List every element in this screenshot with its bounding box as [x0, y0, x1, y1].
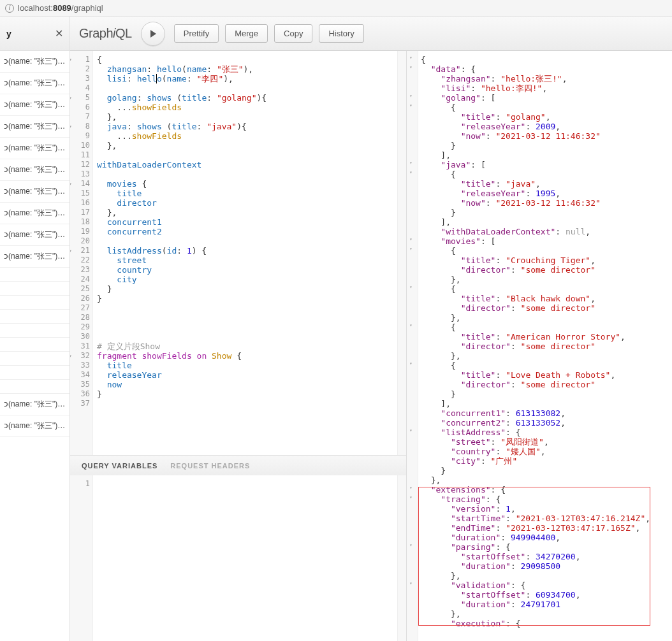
history-item[interactable]: ɔ(name: "张三")…	[0, 181, 69, 203]
query-code[interactable]: { zhangsan: hello(name: "张三"), lisi: hel…	[93, 51, 406, 455]
variables-gutter: 1	[70, 475, 93, 641]
history-item[interactable]: ɔ(name: "张三")…	[0, 116, 69, 138]
topbar: GraphiQL Prettify Merge Copy History	[70, 17, 672, 51]
info-icon: i	[5, 4, 14, 13]
variables-editor[interactable]: 1	[70, 475, 406, 641]
prettify-button[interactable]: Prettify	[174, 24, 219, 43]
history-item[interactable]: ɔ(name: "张三")…	[0, 415, 69, 437]
scrollbar-placeholder	[397, 51, 406, 455]
graphiql-brand: GraphiQL	[79, 26, 132, 41]
variables-code[interactable]	[93, 475, 406, 641]
history-header: y ✕	[0, 17, 69, 51]
tab-query-variables[interactable]: QUERY VARIABLES	[82, 462, 157, 470]
history-button[interactable]: History	[319, 24, 363, 43]
history-item[interactable]: ɔ(name: "张三")…	[0, 159, 69, 181]
history-sidebar: y ✕ ɔ(name: "张三")…ɔ(name: "张三")…ɔ(name: …	[0, 17, 70, 641]
history-item[interactable]: ɔ(name: "张三")…	[0, 94, 69, 116]
history-item[interactable]: ɔ(name: "张三")…	[0, 51, 69, 73]
url-text: localhost:8089/graphiql	[18, 3, 103, 13]
result-gutter: ▾▾▾▾▾▾▾▾▾▾▾▾▾▾▾▾	[407, 51, 418, 641]
query-editor[interactable]: 1234567891011121314151617181920212223242…	[70, 51, 406, 455]
history-item[interactable]: ɔ(name: "张三")…	[0, 73, 69, 94]
left-pane: 1234567891011121314151617181920212223242…	[70, 51, 407, 641]
history-list: ɔ(name: "张三")…ɔ(name: "张三")…ɔ(name: "张三"…	[0, 51, 69, 437]
tab-request-headers[interactable]: REQUEST HEADERS	[170, 462, 250, 470]
history-item[interactable]: ɔ(name: "张三")…	[0, 224, 69, 246]
scrollbar-placeholder	[397, 475, 406, 641]
history-title: y	[6, 29, 11, 39]
history-item[interactable]: ɔ(name: "张三")…	[0, 203, 69, 224]
history-item[interactable]: ɔ(name: "张三")…	[0, 138, 69, 159]
history-item[interactable]: ɔ(name: "张三")…	[0, 246, 69, 268]
result-code: { "data": { "zhangsan": "hello:张三!", "li…	[418, 51, 672, 641]
close-icon[interactable]: ✕	[55, 27, 63, 40]
address-bar: i localhost:8089/graphiql	[0, 0, 672, 17]
line-gutter: 1234567891011121314151617181920212223242…	[70, 51, 93, 455]
run-button[interactable]	[141, 22, 165, 46]
history-item[interactable]: ɔ(name: "张三")…	[0, 394, 69, 415]
merge-button[interactable]: Merge	[225, 24, 268, 43]
result-pane: ▾▾▾▾▾▾▾▾▾▾▾▾▾▾▾▾ { "data": { "zhangsan":…	[407, 51, 672, 641]
copy-button[interactable]: Copy	[274, 24, 312, 43]
variables-header: QUERY VARIABLES REQUEST HEADERS	[70, 455, 406, 475]
